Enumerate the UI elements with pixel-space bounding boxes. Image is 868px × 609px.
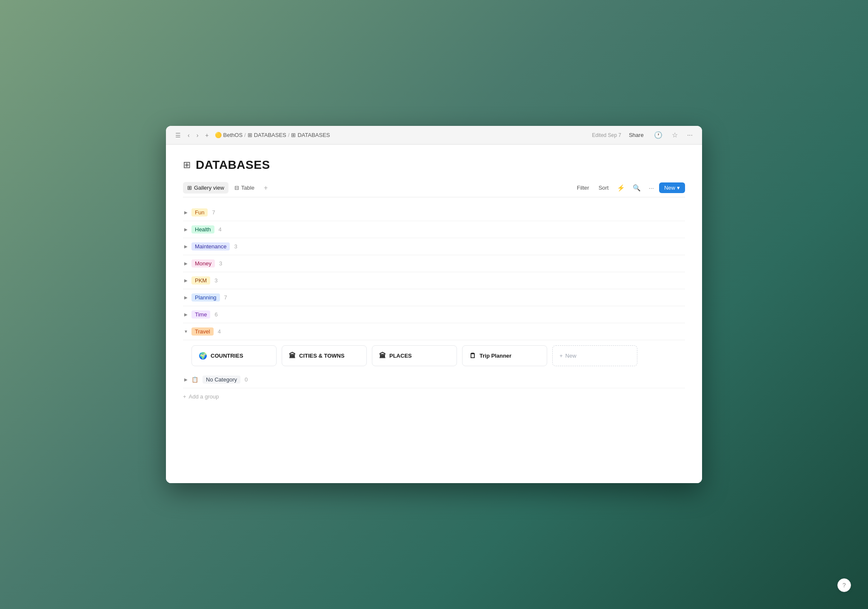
lightning-button[interactable]: ⚡ [614, 182, 628, 194]
card-label-countries: COUNTRIES [211, 353, 243, 359]
search-button[interactable]: 🔍 [630, 182, 643, 194]
tab-gallery-view[interactable]: ⊞ Gallery view [183, 182, 228, 194]
card-places[interactable]: 🏛 PLACES [372, 345, 457, 366]
group-add-planning[interactable]: + [239, 294, 246, 302]
card-icon-trip-planner: 🗒 [469, 352, 476, 360]
databases-icon-2: ⊞ [291, 132, 296, 138]
group-count-planning: 7 [224, 294, 227, 301]
group-more-maintenance[interactable]: ··· [240, 243, 248, 250]
sort-button[interactable]: Sort [595, 183, 612, 193]
app-window: ☰ ‹ › + 🟡 BethOS / ⊞ DATABASES / ⊞ DATAB… [166, 126, 702, 483]
group-tag-travel: Travel [191, 327, 214, 336]
toolbar: ⊞ Gallery view ⊟ Table + Filter Sort ⚡ 🔍… [183, 182, 685, 197]
new-dropdown-icon: ▾ [677, 185, 680, 191]
group-add-health[interactable]: + [234, 226, 240, 233]
titlebar-left: ☰ ‹ › + 🟡 BethOS / ⊞ DATABASES / ⊞ DATAB… [173, 130, 330, 140]
group-more-time[interactable]: ··· [220, 311, 228, 319]
bethos-icon: 🟡 [215, 132, 222, 138]
group-tag-pkm: PKM [191, 276, 210, 285]
group-more-fun[interactable]: ··· [218, 209, 226, 216]
group-row-travel[interactable]: ▼ Travel 4 ··· + [183, 323, 685, 340]
breadcrumb: 🟡 BethOS / ⊞ DATABASES / ⊞ DATABASES [215, 132, 330, 138]
titlebar-right: Edited Sep 7 Share 🕐 ☆ ··· [592, 129, 695, 141]
breadcrumb-databases-2[interactable]: DATABASES [297, 132, 330, 138]
card-countries[interactable]: 🌍 COUNTRIES [191, 345, 277, 366]
new-card-icon: + [560, 353, 563, 359]
group-more-health[interactable]: ··· [224, 226, 232, 233]
group-more-planning[interactable]: ··· [230, 294, 237, 302]
group-add-no-category[interactable]: + [260, 376, 266, 384]
expand-icon-fun: ▶ [183, 210, 189, 215]
card-icon-countries: 🌍 [199, 352, 207, 360]
group-tag-time: Time [191, 310, 210, 319]
group-count-money: 3 [219, 260, 222, 267]
new-button[interactable]: New ▾ [659, 182, 685, 193]
clock-button[interactable]: 🕐 [651, 129, 665, 141]
back-button[interactable]: ‹ [185, 130, 192, 140]
toolbar-right: Filter Sort ⚡ 🔍 ··· New ▾ [574, 182, 685, 194]
group-tag-maintenance: Maintenance [191, 242, 230, 250]
group-add-travel[interactable]: + [233, 328, 239, 336]
breadcrumb-databases-1[interactable]: DATABASES [254, 132, 286, 138]
no-category-icon: 📋 [191, 376, 198, 383]
group-row-pkm[interactable]: ▶ PKM 3 ··· + [183, 272, 685, 289]
new-label: New [664, 185, 675, 191]
add-page-button[interactable]: + [203, 130, 211, 140]
group-count-maintenance: 3 [234, 243, 237, 250]
expand-icon-pkm: ▶ [183, 278, 189, 283]
card-label-cities: CITIES & TOWNS [299, 353, 345, 359]
group-row-health[interactable]: ▶ Health 4 ··· + [183, 221, 685, 238]
group-section-travel: ▼ Travel 4 ··· + 🌍 COUNTRIES 🏛 [183, 323, 685, 371]
tab-table[interactable]: ⊟ Table [230, 182, 259, 194]
titlebar-nav: ☰ ‹ › + [173, 130, 211, 140]
group-more-no-category[interactable]: ··· [250, 376, 258, 384]
group-add-time[interactable]: + [230, 311, 236, 319]
breadcrumb-bethos[interactable]: BethOS [223, 132, 243, 138]
card-icon-places: 🏛 [379, 352, 386, 360]
page-title-icon: ⊞ [183, 159, 191, 171]
more-button[interactable]: ··· [685, 130, 695, 141]
group-count-travel: 4 [218, 328, 221, 335]
gallery-view-icon: ⊞ [187, 185, 192, 191]
table-label: Table [241, 185, 254, 191]
group-more-pkm[interactable]: ··· [220, 277, 228, 285]
group-more-travel[interactable]: ··· [223, 328, 231, 336]
group-row-time[interactable]: ▶ Time 6 ··· + [183, 306, 685, 323]
card-label-places: PLACES [389, 353, 412, 359]
menu-button[interactable]: ☰ [173, 130, 183, 140]
expand-icon-travel: ▼ [183, 329, 189, 334]
page-title: DATABASES [196, 158, 270, 172]
add-view-button[interactable]: + [260, 182, 271, 194]
filter-button[interactable]: Filter [574, 183, 593, 193]
gallery-cards-travel: 🌍 COUNTRIES 🏛 CITIES & TOWNS 🏛 PLACES 🗒 … [183, 340, 685, 371]
group-add-pkm[interactable]: + [229, 277, 236, 285]
main-content: ⊞ DATABASES ⊞ Gallery view ⊟ Table + Fil… [166, 145, 702, 483]
toolbar-left: ⊞ Gallery view ⊟ Table + [183, 182, 271, 194]
gallery-view-label: Gallery view [194, 185, 224, 191]
group-count-time: 6 [214, 311, 217, 318]
share-button[interactable]: Share [625, 130, 647, 140]
help-button[interactable]: ? [837, 578, 851, 592]
forward-button[interactable]: › [194, 130, 201, 140]
group-row-no-category[interactable]: ▶ 📋 No Category 0 ··· + [183, 371, 685, 388]
expand-icon-planning: ▶ [183, 295, 189, 300]
group-add-fun[interactable]: + [227, 209, 234, 216]
group-more-money[interactable]: ··· [225, 260, 232, 268]
star-button[interactable]: ☆ [669, 129, 680, 141]
group-row-fun[interactable]: ▶ Fun 7 ··· + [183, 204, 685, 221]
group-add-money[interactable]: + [234, 260, 240, 268]
expand-icon-maintenance: ▶ [183, 244, 189, 249]
databases-icon-1: ⊞ [248, 132, 252, 138]
expand-icon-money: ▶ [183, 261, 189, 266]
group-row-money[interactable]: ▶ Money 3 ··· + [183, 255, 685, 272]
group-row-maintenance[interactable]: ▶ Maintenance 3 ··· + [183, 238, 685, 255]
group-row-planning[interactable]: ▶ Planning 7 ··· + [183, 289, 685, 306]
card-icon-cities: 🏛 [289, 352, 296, 360]
add-group-row[interactable]: + Add a group [183, 388, 685, 405]
toolbar-more-button[interactable]: ··· [646, 182, 657, 193]
expand-icon-health: ▶ [183, 227, 189, 232]
group-add-maintenance[interactable]: + [249, 243, 256, 250]
card-cities-towns[interactable]: 🏛 CITIES & TOWNS [282, 345, 367, 366]
card-trip-planner[interactable]: 🗒 Trip Planner [462, 345, 547, 366]
new-card-travel[interactable]: + New [552, 345, 637, 366]
